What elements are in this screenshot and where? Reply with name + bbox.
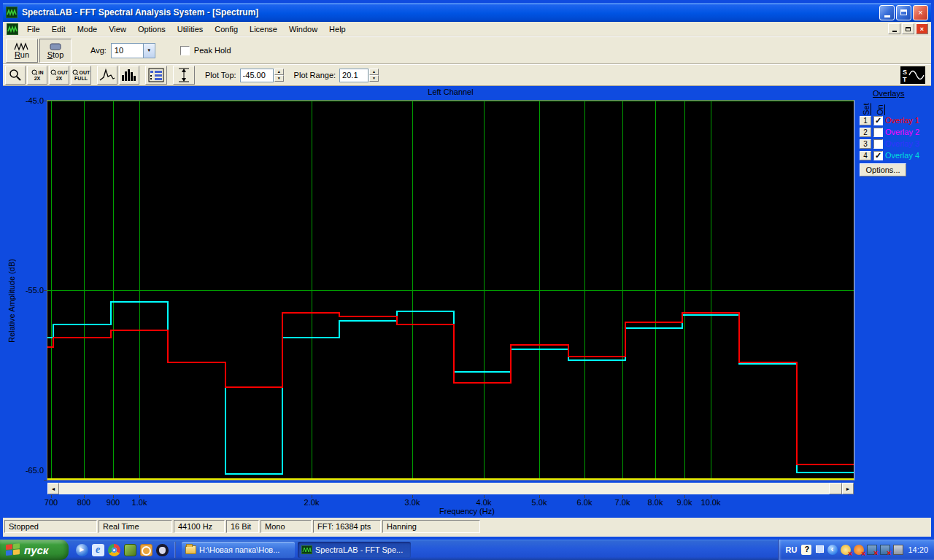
alert-tray-icon[interactable] (854, 545, 864, 555)
overlay-row-4: 4✓Overlay 4 (860, 149, 919, 161)
zoom-full-text2: FULL (74, 76, 88, 82)
plot-horizontal-scrollbar[interactable]: ◄ ► (47, 483, 854, 494)
network2-tray-icon[interactable] (880, 545, 890, 555)
x-tick-10.0k: 10.0k (696, 498, 725, 507)
chrome-icon[interactable] (108, 544, 120, 556)
restore-button[interactable] (896, 5, 911, 20)
zoom-button[interactable] (5, 66, 26, 85)
taskbar-task-spectralab[interactable]: SpectraLAB - FFT Spe... (298, 542, 411, 558)
display-options-button[interactable] (145, 66, 167, 85)
spectrum-canvas (47, 101, 854, 480)
stop-button[interactable]: Stop (39, 39, 72, 63)
signal-generator-icon[interactable]: ST (900, 66, 925, 84)
line-plot-button[interactable] (97, 66, 117, 85)
status-fft-size: FFT: 16384 pts (313, 520, 381, 533)
plot-range-up[interactable]: ▲ (369, 69, 379, 75)
overlays-options-button[interactable]: Options... (860, 163, 906, 176)
chart-title: Left Channel (47, 88, 854, 96)
menu-options[interactable]: Options (132, 23, 171, 35)
scroll-right-button[interactable]: ► (842, 483, 854, 494)
run-button-label: Run (15, 51, 29, 59)
magnifier-icon (31, 69, 38, 76)
zoom-full-text: OUT (80, 70, 90, 75)
taskbar: пуск H:\Новая папка\Нов...SpectraLAB - F… (0, 540, 934, 560)
child-close-button[interactable]: × (916, 23, 928, 34)
plot-range-spinner[interactable]: ▲▼ (369, 69, 379, 82)
overlay-4-checkbox[interactable]: ✓ (873, 151, 883, 160)
power-tray-icon[interactable] (841, 545, 851, 555)
network1-tray-icon[interactable] (867, 545, 877, 555)
window-arrange-icon[interactable] (814, 545, 825, 555)
run-button[interactable]: Run (6, 39, 38, 63)
overlay-1-label: Overlay 1 (885, 116, 919, 125)
scrollbar-thumb[interactable] (829, 483, 842, 494)
menu-file[interactable]: File (21, 23, 46, 35)
spectrum-plot[interactable] (47, 100, 854, 481)
overlay-set-3-button[interactable]: 3 (860, 139, 871, 149)
overlay-set-2-button[interactable]: 2 (860, 128, 871, 137)
status-mode: Real Time (99, 520, 172, 533)
plot-top-input[interactable] (240, 69, 274, 82)
menu-view[interactable]: View (103, 23, 132, 35)
overlay-1-checkbox[interactable]: ✓ (873, 116, 883, 125)
hide-icons-chevron-icon[interactable] (827, 545, 838, 555)
plot-range-input[interactable] (339, 69, 368, 82)
x-tick-800: 800 (69, 498, 99, 507)
x-tick-8.0k: 8.0k (641, 498, 670, 507)
folder-icon (185, 545, 196, 554)
clock-app-icon[interactable] (140, 544, 153, 556)
menu-mode[interactable]: Mode (72, 23, 104, 35)
overlay-2-checkbox[interactable] (873, 128, 883, 137)
zoom-out-text: OUT (58, 70, 69, 75)
menu-window[interactable]: Window (283, 23, 323, 35)
zoom-out-2x-button[interactable]: OUT 2X (49, 66, 69, 85)
plot-top-spinner[interactable]: ▲▼ (274, 69, 284, 82)
menu-utilities[interactable]: Utilities (171, 23, 209, 35)
child-window-icon[interactable] (7, 23, 18, 35)
line-plot-icon (99, 68, 115, 82)
peak-hold-checkbox[interactable] (180, 46, 190, 55)
avg-combobox[interactable]: 10 ▼ (111, 43, 155, 58)
overlay-3-checkbox[interactable] (873, 139, 883, 149)
vertical-range-button[interactable] (173, 66, 195, 85)
child-restore-button[interactable] (902, 23, 914, 34)
waveform-icon (14, 42, 30, 51)
child-minimize-button[interactable] (888, 23, 900, 34)
zoom-in-2x-button[interactable]: IN 2X (27, 66, 47, 85)
minimize-button[interactable] (879, 5, 895, 20)
scroll-left-button[interactable]: ◄ (47, 483, 59, 494)
display-tray-icon[interactable] (893, 545, 903, 555)
zoom-out-full-button[interactable]: OUT FULL (71, 66, 91, 85)
help-icon[interactable] (801, 545, 811, 555)
taskbar-task-folder[interactable]: H:\Новая папка\Нов... (182, 542, 295, 558)
menu-config[interactable]: Config (209, 23, 244, 35)
menu-help[interactable]: Help (323, 23, 352, 35)
title-bar[interactable]: SpectraLAB - FFT Spectral Analysis Syste… (3, 3, 931, 22)
menu-edit[interactable]: Edit (46, 23, 72, 35)
plot-top-up[interactable]: ▲ (274, 69, 284, 75)
language-indicator[interactable]: RU (786, 545, 798, 554)
bar-plot-icon (121, 68, 137, 82)
avg-label: Avg: (90, 46, 107, 55)
start-button[interactable]: пуск (0, 540, 69, 560)
zoom-in-text2: 2X (34, 76, 41, 82)
overlay-set-4-button[interactable]: 4 (860, 151, 871, 160)
green-app-icon[interactable] (124, 544, 136, 556)
plot-range-down[interactable]: ▼ (369, 75, 379, 82)
plot-range-label: Plot Range: (294, 71, 336, 79)
status-sample-rate: 44100 Hz (174, 520, 225, 533)
media-player-icon[interactable] (76, 544, 88, 556)
task-label: H:\Новая папка\Нов... (199, 545, 279, 554)
scrollbar-track[interactable] (59, 483, 842, 494)
plot-top-down[interactable]: ▼ (274, 75, 284, 82)
x-tick-900: 900 (99, 498, 128, 507)
menu-license[interactable]: License (244, 23, 283, 35)
close-button[interactable]: × (913, 5, 928, 20)
trace-overlay-4 (47, 302, 854, 475)
winamp-icon[interactable] (156, 544, 169, 556)
overlay-set-1-button[interactable]: 1 (860, 116, 871, 125)
avg-dropdown-button[interactable]: ▼ (143, 43, 155, 58)
tray-clock[interactable]: 14:20 (908, 545, 928, 554)
bar-plot-button[interactable] (119, 66, 139, 85)
ie-icon[interactable] (92, 544, 104, 556)
